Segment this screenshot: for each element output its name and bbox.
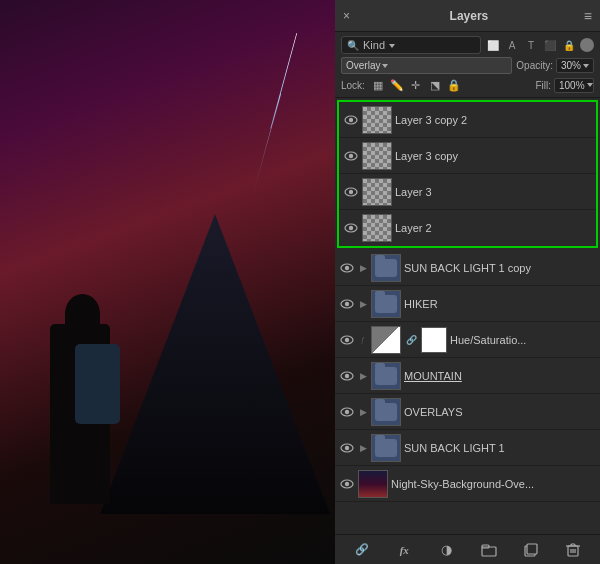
layer-item[interactable]: ▶ MOUNTAIN (335, 358, 600, 394)
visibility-toggle[interactable] (343, 148, 359, 164)
svg-point-21 (345, 481, 349, 485)
layer-item[interactable]: ƒ 🔗 Hue/Saturatio... (335, 322, 600, 358)
link-icon: 🔗 (404, 333, 418, 347)
layer-thumbnail (362, 178, 392, 206)
layer-name: Night-Sky-Background-Ove... (391, 478, 596, 490)
svg-point-13 (345, 337, 349, 341)
panel-menu-icon[interactable]: ≡ (584, 8, 592, 24)
visibility-toggle[interactable] (339, 332, 355, 348)
layer-thumbnail (362, 142, 392, 170)
lock-icons-group: ▦ ✏️ ✛ ⬔ 🔒 (370, 77, 462, 93)
background-photo (0, 0, 335, 564)
delete-layer-button[interactable] (563, 540, 583, 560)
kind-dropdown-arrow[interactable] (389, 39, 395, 51)
visibility-toggle[interactable] (339, 404, 355, 420)
layer-item[interactable]: ▶ SUN BACK LIGHT 1 copy (335, 250, 600, 286)
svg-rect-25 (527, 544, 537, 554)
visibility-toggle[interactable] (339, 440, 355, 456)
lock-checkerboard-icon[interactable]: ▦ (370, 77, 386, 93)
filter-circle-icon[interactable] (580, 38, 594, 52)
layer-name: HIKER (404, 298, 596, 310)
svg-point-7 (349, 226, 353, 230)
visibility-toggle[interactable] (339, 368, 355, 384)
layer-item[interactable]: Layer 3 copy 2 (339, 102, 596, 138)
lock-row: Lock: ▦ ✏️ ✛ ⬔ 🔒 Fill: 100% (341, 77, 594, 93)
hiker-head (65, 294, 100, 334)
lock-move-icon[interactable]: ✛ (408, 77, 424, 93)
svg-point-11 (345, 301, 349, 305)
filter-pixel-icon[interactable]: ⬜ (485, 37, 501, 53)
hiker-silhouette (20, 254, 140, 504)
expand-arrow[interactable]: ▶ (358, 404, 368, 420)
layer-item[interactable]: Night-Sky-Background-Ove... (335, 466, 600, 502)
svg-point-5 (349, 189, 353, 193)
lock-brush-icon[interactable]: ✏️ (389, 77, 405, 93)
layer-item[interactable]: Layer 3 copy (339, 138, 596, 174)
svg-point-15 (345, 373, 349, 377)
search-box[interactable]: 🔍 Kind (341, 36, 481, 54)
layer-thumbnail (371, 362, 401, 390)
panel-controls: 🔍 Kind ⬜ A T ⬛ 🔒 Overlay Opacity: (335, 32, 600, 98)
filter-type-icon[interactable]: T (523, 37, 539, 53)
filter-shape-icon[interactable]: ⬛ (542, 37, 558, 53)
highlighted-layers-group: Layer 3 copy 2 Layer 3 copy Layer 3 (337, 100, 598, 248)
layer-item[interactable]: Layer 2 (339, 210, 596, 246)
link-layers-button[interactable]: 🔗 (352, 540, 372, 560)
svg-point-3 (349, 153, 353, 157)
fill-input[interactable]: 100% (554, 78, 594, 93)
filter-smart-icon[interactable]: 🔒 (561, 37, 577, 53)
panel-close-icon[interactable]: × (343, 9, 350, 23)
layer-thumbnail (362, 214, 392, 242)
layer-item[interactable]: ▶ OVERLAYS (335, 394, 600, 430)
layer-name: SUN BACK LIGHT 1 (404, 442, 596, 454)
opacity-label: Opacity: (516, 60, 553, 71)
visibility-toggle[interactable] (339, 296, 355, 312)
layer-thumbnail (358, 470, 388, 498)
layer-item[interactable]: Layer 3 (339, 174, 596, 210)
layers-list: Layer 3 copy 2 Layer 3 copy Layer 3 (335, 98, 600, 534)
layer-name: Layer 3 (395, 186, 592, 198)
lock-artboard-icon[interactable]: ⬔ (427, 77, 443, 93)
lock-label: Lock: (341, 80, 365, 91)
svg-point-1 (349, 117, 353, 121)
hiker-backpack (75, 344, 120, 424)
filter-adjustment-icon[interactable]: A (504, 37, 520, 53)
visibility-toggle[interactable] (339, 476, 355, 492)
new-group-button[interactable] (479, 540, 499, 560)
blend-mode-dropdown[interactable]: Overlay (341, 57, 512, 74)
layer-thumbnail (371, 434, 401, 462)
lock-all-icon[interactable]: 🔒 (446, 77, 462, 93)
fx-button[interactable]: fx (394, 540, 414, 560)
layer-item[interactable]: ▶ HIKER (335, 286, 600, 322)
svg-point-17 (345, 409, 349, 413)
new-layer-button[interactable] (521, 540, 541, 560)
fill-group: Fill: 100% (535, 78, 594, 93)
expand-arrow[interactable]: ▶ (358, 296, 368, 312)
search-row: 🔍 Kind ⬜ A T ⬛ 🔒 (341, 36, 594, 54)
opacity-group: Opacity: 30% (516, 58, 594, 73)
expand-arrow[interactable]: ▶ (358, 440, 368, 456)
lightning-effect (249, 33, 298, 208)
visibility-toggle[interactable] (343, 220, 359, 236)
visibility-toggle[interactable] (343, 184, 359, 200)
search-filter-icons: ⬜ A T ⬛ 🔒 (485, 37, 594, 53)
expand-arrow[interactable]: ▶ (358, 260, 368, 276)
panel-footer: 🔗 fx ◑ (335, 534, 600, 564)
layer-name: Layer 3 copy 2 (395, 114, 592, 126)
layer-name: Hue/Saturatio... (450, 334, 596, 346)
fill-arrow (587, 83, 593, 87)
kind-label: Kind (363, 39, 385, 51)
panel-header: × Layers ≡ (335, 0, 600, 32)
layers-panel: × Layers ≡ 🔍 Kind ⬜ A T ⬛ 🔒 Overlay (335, 0, 600, 564)
visibility-toggle[interactable] (343, 112, 359, 128)
blend-mode-arrow (382, 64, 388, 68)
opacity-input[interactable]: 30% (556, 58, 594, 73)
add-mask-button[interactable]: ◑ (436, 540, 456, 560)
blend-row: Overlay Opacity: 30% (341, 57, 594, 74)
visibility-toggle[interactable] (339, 260, 355, 276)
layer-thumbnail (371, 290, 401, 318)
expand-arrow[interactable]: ▶ (358, 368, 368, 384)
layer-item[interactable]: ▶ SUN BACK LIGHT 1 (335, 430, 600, 466)
layer-thumbnail (371, 326, 401, 354)
layer-mask-thumbnail (421, 327, 447, 353)
